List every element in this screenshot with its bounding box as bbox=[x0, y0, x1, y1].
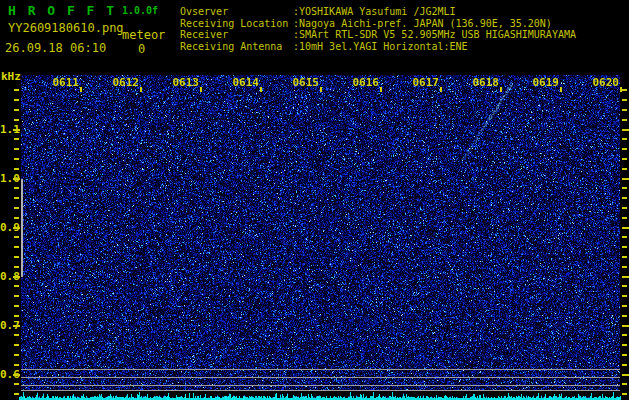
mode-label: meteor bbox=[122, 28, 165, 42]
station-row-label: Receiver bbox=[180, 29, 293, 41]
y-axis-tick bbox=[13, 178, 20, 180]
y-axis-tick bbox=[622, 109, 627, 111]
x-axis-tick-label: 0611 bbox=[45, 77, 79, 88]
x-axis-tick bbox=[440, 87, 442, 92]
y-axis-tick bbox=[622, 354, 627, 356]
y-axis-tick bbox=[14, 334, 19, 336]
station-row-value: :Nagoya Aichi-pref. JAPAN (136.90E, 35.2… bbox=[293, 18, 552, 29]
y-axis-tick bbox=[622, 295, 627, 297]
y-axis-tick bbox=[14, 315, 19, 317]
x-axis-tick-label: 0618 bbox=[465, 77, 499, 88]
y-axis-tick bbox=[14, 383, 19, 385]
x-axis-tick bbox=[500, 87, 502, 92]
y-axis-tick bbox=[622, 383, 627, 385]
y-axis-tick-label: 0.6 bbox=[0, 369, 13, 380]
y-axis-tick bbox=[622, 217, 627, 219]
spectrogram-canvas bbox=[21, 75, 620, 391]
y-axis-tick bbox=[622, 178, 629, 180]
y-axis-tick bbox=[622, 315, 627, 317]
station-row-label: Ovserver bbox=[180, 6, 293, 18]
output-filename-label: YY2609180610.png bbox=[8, 21, 124, 35]
x-axis-tick bbox=[380, 87, 382, 92]
y-axis-tick bbox=[622, 374, 629, 376]
station-info: Ovserver:YOSHIKAWA Yasufumi /JG2MLIRecei… bbox=[180, 6, 576, 52]
y-axis-tick bbox=[622, 99, 627, 101]
y-axis-tick bbox=[14, 119, 19, 121]
x-axis-tick-label: 0613 bbox=[165, 77, 199, 88]
y-axis-tick bbox=[622, 325, 629, 327]
app-title: H R O F F T bbox=[8, 3, 116, 18]
x-axis-tick-label: 0616 bbox=[345, 77, 379, 88]
x-axis-tick bbox=[140, 87, 142, 92]
y-axis-tick bbox=[622, 187, 627, 189]
x-axis-tick-label: 0612 bbox=[105, 77, 139, 88]
x-axis-tick-label: 0617 bbox=[405, 77, 439, 88]
y-axis-tick bbox=[14, 168, 19, 170]
y-axis-tick bbox=[622, 119, 627, 121]
x-axis-tick bbox=[80, 87, 82, 92]
x-axis-tick-label: 0620 bbox=[585, 77, 619, 88]
y-axis-tick bbox=[14, 295, 19, 297]
y-axis-tick-label: 0.7 bbox=[0, 320, 13, 331]
y-axis-tick bbox=[622, 276, 629, 278]
signal-level-strip-canvas bbox=[19, 392, 621, 400]
app-version-label: 1.0.0f bbox=[122, 5, 158, 16]
y-axis-tick bbox=[622, 227, 629, 229]
y-axis-tick bbox=[622, 197, 627, 199]
y-axis-tick bbox=[14, 217, 19, 219]
y-axis-tick bbox=[622, 334, 627, 336]
y-axis-tick bbox=[13, 325, 20, 327]
y-axis-tick bbox=[14, 344, 19, 346]
y-axis-tick bbox=[14, 158, 19, 160]
x-axis-tick-label: 0619 bbox=[525, 77, 559, 88]
y-axis-tick bbox=[14, 256, 19, 258]
y-axis-tick bbox=[13, 129, 20, 131]
y-axis-tick bbox=[14, 99, 19, 101]
y-axis-tick bbox=[622, 158, 627, 160]
y-axis-tick bbox=[14, 138, 19, 140]
x-axis-tick-label: 0615 bbox=[285, 77, 319, 88]
y-axis-tick bbox=[622, 344, 627, 346]
station-row-value: :YOSHIKAWA Yasufumi /JG2MLI bbox=[293, 6, 456, 17]
station-row-value: :10mH 3el.YAGI Horizontal:ENE bbox=[293, 41, 468, 52]
y-axis-tick bbox=[622, 364, 627, 366]
y-axis-tick bbox=[13, 227, 20, 229]
y-axis-tick bbox=[14, 354, 19, 356]
y-axis-tick bbox=[14, 266, 19, 268]
station-row-label: Receiving Location bbox=[180, 18, 293, 30]
y-axis-tick-label: 1.1 bbox=[0, 124, 13, 135]
x-axis-tick bbox=[320, 87, 322, 92]
y-axis-tick-label: 0.9 bbox=[0, 222, 13, 233]
y-axis-tick bbox=[622, 236, 627, 238]
station-row-value: :SMArt RTL-SDR V5 52.905MHz USB HIGASHIM… bbox=[293, 29, 576, 40]
x-axis-tick-label: 0614 bbox=[225, 77, 259, 88]
y-axis-tick bbox=[622, 129, 629, 131]
y-axis-tick bbox=[622, 138, 627, 140]
y-axis-tick bbox=[14, 187, 19, 189]
y-axis-tick bbox=[14, 364, 19, 366]
station-row: Receiving Antenna:10mH 3el.YAGI Horizont… bbox=[180, 41, 576, 53]
y-axis-tick bbox=[14, 109, 19, 111]
x-axis-tick bbox=[620, 87, 622, 92]
y-axis-tick bbox=[13, 276, 20, 278]
y-axis-tick-label: 0.8 bbox=[0, 271, 13, 282]
y-axis-tick bbox=[13, 374, 20, 376]
y-axis-tick bbox=[14, 305, 19, 307]
meteor-count-label: 0 bbox=[138, 42, 145, 56]
station-row-label: Receiving Antenna bbox=[180, 41, 293, 53]
y-axis-tick bbox=[14, 89, 19, 91]
y-axis-tick bbox=[622, 207, 627, 209]
station-row: Ovserver:YOSHIKAWA Yasufumi /JG2MLI bbox=[180, 6, 576, 18]
datetime-label: 26.09.18 06:10 bbox=[5, 41, 106, 55]
x-axis-tick bbox=[260, 87, 262, 92]
y-axis-tick bbox=[14, 148, 19, 150]
y-axis-tick bbox=[622, 89, 627, 91]
y-axis-tick bbox=[622, 246, 627, 248]
hrofft-screenshot: { "app": { "title": "H R O F F T", "vers… bbox=[0, 0, 629, 400]
y-axis-tick bbox=[622, 305, 627, 307]
y-axis-tick bbox=[622, 168, 627, 170]
y-axis-tick bbox=[622, 148, 627, 150]
station-row: Receiving Location:Nagoya Aichi-pref. JA… bbox=[180, 18, 576, 30]
y-axis-tick bbox=[14, 236, 19, 238]
y-axis-unit-label: kHz bbox=[1, 70, 21, 83]
